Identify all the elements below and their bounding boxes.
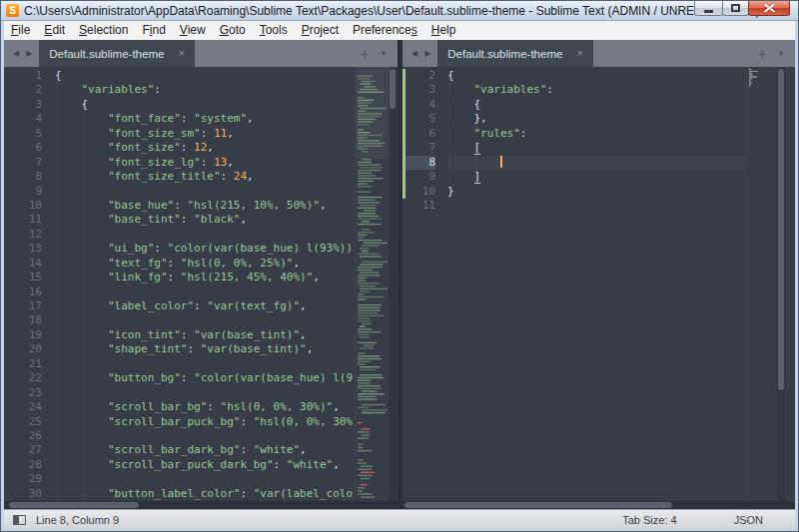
code-line: "font_size_lg": 13,	[55, 156, 353, 170]
menu-tools[interactable]: Tools	[253, 21, 295, 40]
minimize-button[interactable]	[694, 1, 723, 16]
code-line: "font_size_title": 24,	[55, 170, 353, 184]
code-lines: { "variables": { }, "rules": [ ]}	[447, 69, 746, 213]
status-tab-size[interactable]: Tab Size: 4	[622, 514, 676, 526]
code-line: "shape_tint": "var(base_tint)",	[55, 342, 353, 356]
line-number: 24	[4, 400, 42, 414]
maximize-button[interactable]	[722, 1, 749, 16]
code-line	[55, 472, 353, 486]
line-number: 2	[405, 69, 435, 83]
nav-back-icon[interactable]: ◀	[13, 49, 19, 58]
code-lines: { "variables": { "font_face": "system", …	[55, 69, 353, 501]
scrollbar-thumb[interactable]	[778, 69, 784, 390]
line-number: 8	[405, 156, 435, 170]
line-number: 20	[4, 342, 42, 356]
code-line: "variables":	[55, 83, 353, 97]
code-line: }	[447, 185, 746, 199]
scrollbar-thumb[interactable]	[9, 502, 139, 508]
status-bar: Line 8, Column 9 Tab Size: 4 JSON	[4, 509, 795, 529]
code-line: [	[447, 141, 746, 155]
window-controls	[695, 1, 790, 16]
scrollbar-thumb[interactable]	[390, 69, 396, 109]
code-line: "scroll_bar_puck_dark_bg": "white",	[55, 458, 353, 472]
sublime-logo-icon: S	[6, 4, 19, 17]
code-line: ]	[447, 170, 746, 184]
line-number: 10	[405, 185, 435, 199]
code-line: "rules":	[447, 127, 746, 141]
close-icon	[764, 4, 775, 13]
menu-view[interactable]: View	[173, 21, 213, 40]
menu-goto[interactable]: Goto	[213, 21, 253, 40]
tab-bar: ◀ ▶ Default.sublime-theme × + ▼	[402, 40, 795, 67]
code-line	[55, 285, 353, 299]
close-button[interactable]	[748, 1, 790, 16]
sidebar-toggle-icon[interactable]	[13, 515, 26, 525]
gutter: 1234567891011121314151617181920212223242…	[4, 69, 42, 501]
nav-forward-icon[interactable]: ▶	[26, 49, 32, 58]
line-number: 25	[4, 415, 42, 429]
line-number: 3	[405, 83, 435, 97]
tab-overflow-icon[interactable]: ▼	[777, 49, 785, 58]
window-title: C:\Users\Administrator\AppData\Roaming\S…	[24, 4, 759, 18]
menu-edit[interactable]: Edit	[37, 21, 72, 40]
new-tab-icon[interactable]: +	[361, 47, 369, 61]
indent-guide	[476, 141, 477, 185]
line-number: 5	[405, 112, 435, 126]
code-editor[interactable]: 234567891011 { "variables": { }, "rules"…	[402, 67, 795, 509]
pane-left: ◀ ▶ Default.sublime-theme × + ▼ 12345678…	[4, 40, 398, 509]
line-number: 2	[4, 83, 42, 97]
code-line	[55, 313, 353, 327]
menu-bar: FileEditSelectionFindViewGotoToolsProjec…	[4, 21, 795, 40]
code-line: {	[55, 69, 353, 83]
code-line: "text_fg": "hsl(0, 0%, 25%)",	[55, 257, 353, 270]
line-number: 9	[405, 170, 435, 184]
code-line: {	[447, 69, 746, 83]
line-number: 5	[4, 127, 42, 141]
scrollbar-thumb[interactable]	[404, 502, 672, 508]
menu-find[interactable]: Find	[135, 21, 172, 40]
nav-forward-icon[interactable]: ▶	[424, 49, 430, 58]
code-line: "font_face": "system",	[55, 112, 353, 126]
line-number: 8	[4, 170, 42, 184]
minimap[interactable]	[747, 67, 778, 509]
tab-close-icon[interactable]: ×	[576, 48, 582, 59]
line-number: 11	[4, 213, 42, 227]
line-number: 27	[4, 443, 42, 457]
line-number: 15	[4, 270, 42, 284]
tab-close-icon[interactable]: ×	[178, 48, 184, 59]
code-line: "button_bg": "color(var(base_hue) l(93%)…	[55, 371, 353, 385]
line-number: 4	[4, 112, 42, 126]
vertical-scrollbar[interactable]	[777, 67, 785, 501]
vertical-scrollbar[interactable]	[389, 67, 397, 501]
minimap[interactable]	[355, 67, 390, 509]
nav-back-icon[interactable]: ◀	[411, 49, 417, 58]
menu-file[interactable]: File	[4, 21, 37, 40]
tab-overflow-icon[interactable]: ▼	[380, 49, 388, 58]
minimize-icon	[704, 10, 713, 13]
line-number: 13	[4, 242, 42, 256]
new-tab-icon[interactable]: +	[758, 47, 766, 61]
status-syntax[interactable]: JSON	[734, 514, 763, 526]
menu-selection[interactable]: Selection	[72, 21, 135, 40]
indent-guide	[84, 112, 85, 501]
status-position: Line 8, Column 9	[36, 514, 119, 526]
sublime-text-window: S C:\Users\Administrator\AppData\Roaming…	[0, 0, 799, 532]
code-line: "label_color": "var(text_fg)",	[55, 299, 353, 313]
line-number: 17	[4, 299, 42, 313]
tab-default-sublime-theme[interactable]: Default.sublime-theme ×	[437, 40, 593, 67]
line-number: 9	[4, 185, 42, 199]
title-bar[interactable]: S C:\Users\Administrator\AppData\Roaming…	[1, 1, 798, 21]
pane-right: ◀ ▶ Default.sublime-theme × + ▼ 23456789…	[402, 40, 795, 509]
menu-help[interactable]: Help	[424, 21, 463, 40]
menu-project[interactable]: Project	[295, 21, 346, 40]
code-line: "scroll_bar_puck_bg": "hsl(0, 0%, 30%)",	[55, 415, 353, 429]
code-editor[interactable]: 1234567891011121314151617181920212223242…	[4, 67, 398, 509]
tab-bar: ◀ ▶ Default.sublime-theme × + ▼	[4, 40, 398, 67]
tab-default-sublime-theme[interactable]: Default.sublime-theme ×	[39, 40, 195, 67]
code-line: "ui_bg": "color(var(base_hue) l(93%))",	[55, 242, 353, 256]
menu-preferences[interactable]: Preferences	[346, 21, 424, 40]
code-line: {	[447, 98, 746, 112]
horizontal-scrollbar[interactable]	[402, 501, 795, 509]
horizontal-scrollbar[interactable]	[4, 501, 398, 509]
tab-label: Default.sublime-theme	[447, 48, 562, 60]
